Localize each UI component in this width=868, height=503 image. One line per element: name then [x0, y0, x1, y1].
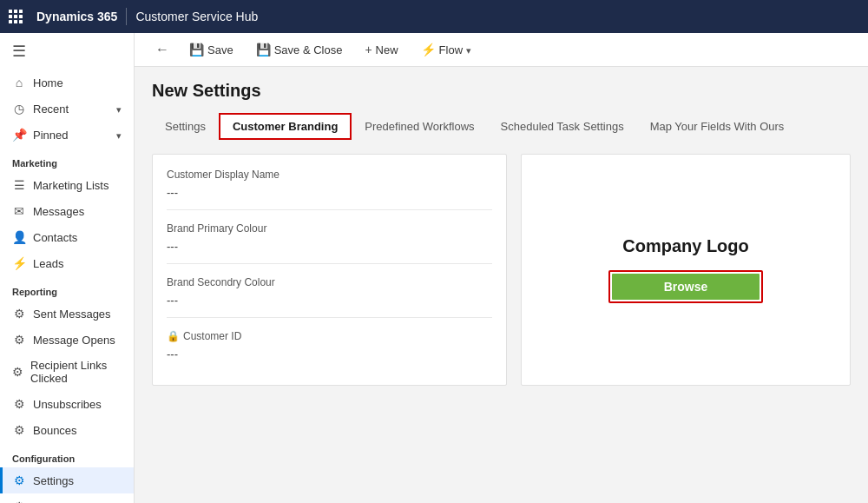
- new-icon: +: [365, 43, 372, 56]
- value-brand-primary-colour: ---: [167, 238, 492, 255]
- sidebar-item-home[interactable]: ⌂ Home: [0, 69, 134, 96]
- sidebar-item-leads[interactable]: ⚡ Leads: [0, 250, 134, 276]
- sidebar-label-unsubscribes: Unsubscribes: [33, 398, 102, 411]
- tab-predefined-workflows-label: Predefined Workflows: [365, 120, 474, 133]
- save-close-label: Save & Close: [274, 43, 343, 56]
- browse-button[interactable]: Browse: [612, 274, 760, 300]
- sidebar-label-recipient-links: Recipient Links Clicked: [30, 359, 122, 385]
- flow-chevron-icon: [466, 43, 471, 56]
- value-customer-id: ---: [167, 346, 492, 362]
- label-customer-display-name: Customer Display Name: [167, 169, 492, 181]
- sidebar-item-sent-messages[interactable]: ⚙ Sent Messages: [0, 301, 134, 327]
- app-name: Dynamics 365: [36, 10, 117, 23]
- settings-icon: ⚙: [12, 473, 26, 487]
- value-brand-secondary-colour: ---: [167, 292, 492, 308]
- pinned-chevron-icon: [116, 129, 122, 142]
- tab-map-fields-label: Map Your Fields With Ours: [650, 120, 785, 133]
- new-label: New: [376, 43, 398, 56]
- new-button[interactable]: + New: [355, 38, 407, 61]
- hamburger-icon[interactable]: ☰: [0, 33, 134, 69]
- sent-messages-icon: ⚙: [12, 307, 26, 321]
- main-content: ← 💾 Save 💾 Save & Close + New ⚡ Flow New…: [135, 33, 868, 503]
- tab-predefined-workflows[interactable]: Predefined Workflows: [352, 114, 487, 139]
- label-customer-id: 🔒 Customer ID: [167, 330, 492, 342]
- save-close-icon: 💾: [256, 43, 271, 56]
- recent-chevron-icon: [116, 103, 122, 116]
- field-customer-id: 🔒 Customer ID ---: [167, 330, 492, 371]
- sidebar-item-bounces[interactable]: ⚙ Bounces: [0, 417, 134, 443]
- sidebar-item-message-opens[interactable]: ⚙ Message Opens: [0, 327, 134, 353]
- command-bar: ← 💾 Save 💾 Save & Close + New ⚡ Flow: [135, 33, 868, 67]
- tab-settings[interactable]: Settings: [152, 114, 219, 139]
- sidebar-item-marketing-lists[interactable]: ☰ Marketing Lists: [0, 172, 134, 198]
- message-opens-icon: ⚙: [12, 333, 26, 347]
- marketing-lists-icon: ☰: [12, 178, 26, 192]
- sidebar-item-recipient-links[interactable]: ⚙ Recipient Links Clicked: [0, 353, 134, 391]
- save-icon: 💾: [189, 43, 204, 56]
- unsubscribes-icon: ⚙: [12, 397, 26, 411]
- section-title-configuration: Configuration: [0, 443, 134, 467]
- tab-customer-branding-label: Customer Branding: [233, 120, 338, 133]
- company-logo-title: Company Logo: [622, 236, 749, 256]
- logo-panel: Company Logo Browse: [521, 154, 851, 386]
- section-title-marketing: Marketing: [0, 148, 134, 172]
- tab-customer-branding[interactable]: Customer Branding: [219, 113, 352, 140]
- form-container: Customer Display Name --- Brand Primary …: [152, 154, 851, 386]
- sidebar-item-recent[interactable]: ◷ Recent: [0, 96, 134, 122]
- sidebar-item-unsubscribes[interactable]: ⚙ Unsubscribes: [0, 391, 134, 417]
- page-title: New Settings: [152, 81, 851, 101]
- label-brand-secondary-colour: Brand Secondry Colour: [167, 276, 492, 288]
- sidebar-label-marketing-lists: Marketing Lists: [33, 179, 108, 192]
- sidebar-item-scheduled-tasks[interactable]: ⚙ Scheduled Tasks: [0, 493, 134, 503]
- tab-settings-label: Settings: [165, 120, 206, 133]
- sidebar-label-home: Home: [33, 76, 63, 89]
- tabs-container: Settings Customer Branding Predefined Wo…: [152, 113, 851, 140]
- topbar: Dynamics 365 Customer Service Hub: [0, 0, 868, 33]
- flow-label: Flow: [439, 43, 463, 56]
- messages-icon: ✉: [12, 204, 26, 218]
- recipient-links-icon: ⚙: [12, 365, 23, 379]
- form-panel: Customer Display Name --- Brand Primary …: [152, 154, 507, 386]
- back-button[interactable]: ←: [148, 38, 176, 61]
- home-icon: ⌂: [12, 76, 26, 89]
- sidebar: ☰ ⌂ Home ◷ Recent 📌 Pinned Marketing ☰ M…: [0, 33, 135, 503]
- pinned-icon: 📌: [12, 128, 26, 142]
- save-label: Save: [207, 43, 233, 56]
- contacts-icon: 👤: [12, 230, 26, 244]
- sidebar-label-recent: Recent: [33, 103, 69, 116]
- save-button[interactable]: 💾 Save: [180, 38, 243, 61]
- app-grid-icon[interactable]: [9, 10, 23, 23]
- sidebar-label-contacts: Contacts: [33, 231, 77, 244]
- sidebar-item-contacts[interactable]: 👤 Contacts: [0, 224, 134, 250]
- field-customer-display-name: Customer Display Name ---: [167, 169, 492, 210]
- recent-icon: ◷: [12, 102, 26, 116]
- scheduled-tasks-icon: ⚙: [12, 500, 26, 503]
- flow-button[interactable]: ⚡ Flow: [411, 38, 481, 61]
- bounces-icon: ⚙: [12, 423, 26, 437]
- content-area: New Settings Settings Customer Branding …: [135, 67, 868, 503]
- browse-btn-wrapper: Browse: [608, 270, 764, 303]
- sidebar-label-settings: Settings: [33, 474, 74, 487]
- sidebar-label-scheduled-tasks: Scheduled Tasks: [33, 500, 118, 504]
- flow-icon: ⚡: [421, 43, 436, 56]
- sidebar-label-message-opens: Message Opens: [33, 334, 115, 347]
- topbar-divider: [126, 8, 127, 25]
- sidebar-label-messages: Messages: [33, 205, 84, 218]
- sidebar-label-sent-messages: Sent Messages: [33, 308, 111, 321]
- tab-map-fields[interactable]: Map Your Fields With Ours: [637, 114, 798, 139]
- sidebar-label-bounces: Bounces: [33, 424, 77, 437]
- lock-icon: 🔒: [167, 330, 180, 342]
- section-title-reporting: Reporting: [0, 276, 134, 301]
- sidebar-item-messages[interactable]: ✉ Messages: [0, 198, 134, 224]
- label-brand-primary-colour: Brand Primary Colour: [167, 222, 492, 235]
- module-name: Customer Service Hub: [135, 10, 258, 23]
- sidebar-item-settings[interactable]: ⚙ Settings: [0, 467, 134, 493]
- field-brand-secondary-colour: Brand Secondry Colour ---: [167, 276, 492, 318]
- field-brand-primary-colour: Brand Primary Colour ---: [167, 222, 492, 264]
- save-close-button[interactable]: 💾 Save & Close: [247, 38, 352, 61]
- tab-scheduled-task-settings[interactable]: Scheduled Task Settings: [488, 114, 637, 139]
- sidebar-label-pinned: Pinned: [33, 129, 68, 142]
- sidebar-item-pinned[interactable]: 📌 Pinned: [0, 122, 134, 148]
- value-customer-display-name: ---: [167, 184, 492, 201]
- tab-scheduled-task-settings-label: Scheduled Task Settings: [501, 120, 624, 133]
